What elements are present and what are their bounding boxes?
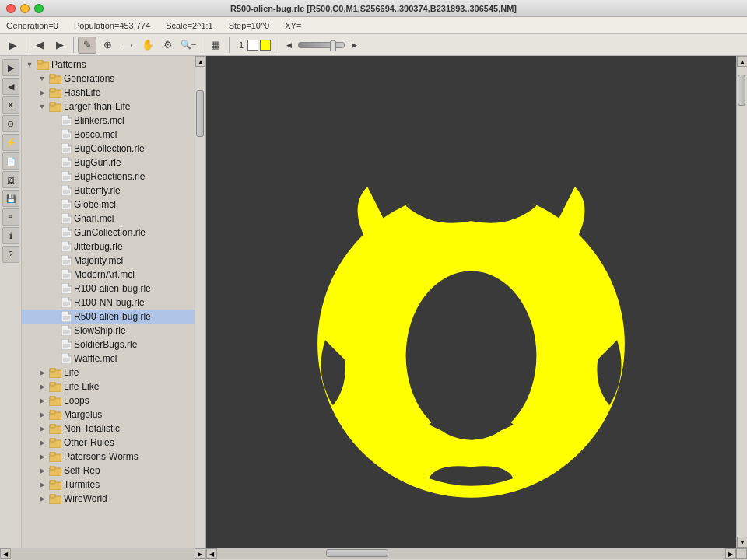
folder-arrow-life-like[interactable] (37, 382, 47, 391)
canvas-scroll-h-thumb[interactable] (326, 549, 388, 557)
tree-item-majority[interactable]: Majority.mcl (22, 254, 195, 268)
svg-rect-7 (50, 102, 55, 106)
tree-item-margolus[interactable]: Margolus (22, 408, 195, 422)
color-swatch-2[interactable] (260, 40, 271, 51)
pencil-button[interactable]: ✎ (78, 37, 96, 54)
play-button[interactable]: ▶ (3, 37, 22, 54)
tree-scroll-right[interactable]: ▶ (195, 548, 205, 559)
tree-item-non-totalistic[interactable]: Non-Totalistic (22, 422, 195, 436)
canvas-scroll-left[interactable]: ◀ (206, 548, 217, 559)
canvas-scroll-right[interactable]: ▶ (725, 548, 736, 559)
tree-label-life: Life (64, 367, 79, 378)
folder-arrow-wireworld[interactable] (37, 494, 47, 503)
folder-arrow-margolus[interactable] (37, 410, 47, 419)
folder-arrow-non-totalistic[interactable] (37, 424, 47, 433)
tree-item-guncollection[interactable]: GunCollection.rle (22, 226, 195, 240)
hand-button[interactable]: ✋ (139, 37, 157, 54)
tree-item-life-like[interactable]: Life-Like (22, 380, 195, 394)
tree-item-gnarl[interactable]: Gnarl.mcl (22, 212, 195, 226)
right-scrollbar[interactable]: ▲ ▼ (736, 56, 747, 548)
lt-image-button[interactable]: 🖼 (2, 171, 19, 188)
tree-item-larger-than-life[interactable]: Larger-than-Life (22, 100, 195, 114)
canvas-scroll-thumb[interactable] (738, 75, 745, 106)
tree-scroll-h-track[interactable] (11, 548, 195, 560)
tree-item-life[interactable]: Life (22, 366, 195, 380)
svg-rect-5 (50, 88, 55, 92)
lt-back-button[interactable]: ◀ (2, 78, 19, 95)
folder-arrow-larger-than-life[interactable] (37, 102, 47, 111)
tree-item-generations[interactable]: Generations (22, 72, 195, 86)
canvas-scroll-down[interactable]: ▼ (737, 537, 747, 548)
canvas-scroll-h-track[interactable] (217, 548, 725, 559)
tree-item-buggun[interactable]: BugGun.rle (22, 156, 195, 170)
tree-item-other-rules[interactable]: Other-Rules (22, 436, 195, 450)
select-button[interactable]: ▭ (118, 37, 137, 54)
canvas-scroll-track[interactable] (737, 67, 747, 537)
tree-scrollbar[interactable]: ▲ ▼ (195, 56, 205, 560)
lt-stop-button[interactable]: ✕ (2, 96, 19, 114)
close-button[interactable] (6, 4, 16, 13)
lt-list-button[interactable]: ≡ (2, 208, 19, 226)
folder-arrow-patterns[interactable] (25, 60, 34, 69)
tree-item-r100-nn-bug[interactable]: R100-NN-bug.rle (22, 296, 195, 310)
eyedropper-button[interactable]: ⊕ (98, 37, 117, 54)
tree-item-slowship[interactable]: SlowShip.rle (22, 324, 195, 338)
speed-nav-right[interactable]: ▶ (345, 37, 363, 54)
tree-item-soldierbugs[interactable]: SoldierBugs.rle (22, 338, 195, 352)
tree-scroll-up[interactable]: ▲ (195, 56, 205, 67)
lt-doc-button[interactable]: 📄 (2, 152, 19, 170)
speed-slider[interactable]: ◀ ▶ (279, 37, 363, 54)
canvas-area[interactable] (206, 56, 736, 548)
prev-button[interactable]: ◀ (30, 37, 49, 54)
lt-play-button[interactable]: ▶ (2, 59, 19, 76)
slider-track[interactable] (298, 42, 345, 48)
tree-item-jitterbug[interactable]: Jitterbug.rle (22, 240, 195, 254)
tree-item-hashlife[interactable]: HashLife (22, 86, 195, 100)
canvas-scroll-up[interactable]: ▲ (737, 56, 747, 67)
tree-item-self-rep[interactable]: Self-Rep (22, 464, 195, 478)
speed-nav-left[interactable]: ◀ (279, 37, 298, 54)
folder-arrow-patersons-worms[interactable] (37, 452, 47, 461)
file-icon-bugreactions (61, 171, 72, 182)
tree-item-globe[interactable]: Globe.mcl (22, 198, 195, 212)
grid-button[interactable]: ▦ (206, 37, 225, 54)
zoom-out-button[interactable]: 🔍− (179, 37, 198, 54)
tree-panel[interactable]: Patterns Generations HashLife Larger-tha… (22, 56, 195, 560)
slider-thumb[interactable] (330, 40, 336, 51)
tree-item-loops[interactable]: Loops (22, 394, 195, 408)
tree-item-bosco[interactable]: Bosco.mcl (22, 128, 195, 142)
tree-item-patterns[interactable]: Patterns (22, 58, 195, 72)
folder-arrow-life[interactable] (37, 368, 47, 377)
next-button[interactable]: ▶ (51, 37, 69, 54)
tree-item-r500-alien-bug[interactable]: R500-alien-bug.rle (22, 310, 195, 324)
gear-button[interactable]: ⚙ (159, 37, 177, 54)
minimize-button[interactable] (20, 4, 30, 13)
lt-info-button[interactable]: ℹ (2, 227, 19, 244)
file-icon-bosco (61, 129, 72, 140)
tree-item-modernart[interactable]: ModernArt.mcl (22, 268, 195, 282)
tree-item-bugreactions[interactable]: BugReactions.rle (22, 170, 195, 184)
tree-scroll-thumb[interactable] (196, 90, 204, 137)
color-swatch-1[interactable] (247, 40, 258, 51)
tree-item-r100-alien-bug[interactable]: R100-alien-bug.rle (22, 282, 195, 296)
tree-item-patersons-worms[interactable]: Patersons-Worms (22, 450, 195, 464)
folder-arrow-self-rep[interactable] (37, 466, 47, 475)
lt-loop-button[interactable]: ⊙ (2, 115, 19, 132)
folder-arrow-turmites[interactable] (37, 480, 47, 489)
lt-help-button[interactable]: ? (2, 246, 19, 263)
folder-arrow-generations[interactable] (37, 74, 47, 83)
tree-item-turmites[interactable]: Turmites (22, 478, 195, 492)
folder-arrow-other-rules[interactable] (37, 438, 47, 447)
maximize-button[interactable] (34, 4, 44, 13)
tree-item-butterfly[interactable]: Butterfly.rle (22, 184, 195, 198)
lt-lightning-button[interactable]: ⚡ (2, 134, 19, 151)
folder-arrow-hashlife[interactable] (37, 88, 47, 97)
tree-scroll-left[interactable]: ◀ (0, 548, 11, 559)
tree-item-bugcollection[interactable]: BugCollection.rle (22, 142, 195, 156)
tree-item-waffle[interactable]: Waffle.mcl (22, 352, 195, 366)
tree-item-wireworld[interactable]: WireWorld (22, 492, 195, 506)
tree-label-bugreactions: BugReactions.rle (74, 171, 145, 182)
folder-arrow-loops[interactable] (37, 396, 47, 405)
lt-save-button[interactable]: 💾 (2, 190, 19, 207)
tree-item-blinkers[interactable]: Blinkers.mcl (22, 114, 195, 128)
